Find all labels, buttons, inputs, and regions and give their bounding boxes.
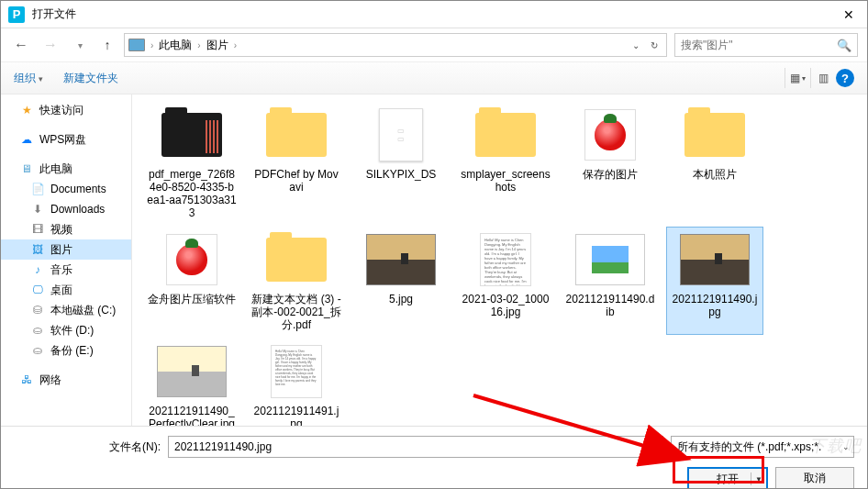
sidebar-label: 备份 (E:) [50, 343, 94, 359]
forward-button[interactable]: → [39, 34, 61, 56]
search-icon: 🔍 [837, 39, 851, 52]
search-box[interactable]: 🔍 [674, 33, 858, 57]
file-label: 本机照片 [693, 168, 737, 181]
file-thumbnail [678, 230, 751, 289]
file-item[interactable]: 新建文本文档 (3) - 副本-002-0021_拆分.pdf [248, 227, 345, 335]
filename-input[interactable] [174, 440, 650, 453]
view-mode-button[interactable]: ▦▾ [785, 68, 805, 88]
file-item[interactable]: ▭▭SILKYPIX_DS [352, 102, 450, 223]
sidebar-item-Downloads[interactable]: ⬇Downloads [1, 199, 131, 219]
disk-icon: ⛀ [30, 323, 45, 338]
preview-pane-button[interactable]: ▥ [810, 68, 830, 88]
file-item[interactable]: smplayer_screenshots [457, 102, 554, 223]
doc-icon: 📄 [30, 182, 45, 196]
cancel-button[interactable]: 取消 [775, 467, 854, 489]
file-label: 2021121911491.jpg [251, 405, 341, 426]
sidebar-label: 视频 [50, 222, 72, 238]
open-split-dropdown[interactable]: ▼ [751, 472, 762, 485]
sidebar-item-软件 (D:)[interactable]: ⛀软件 (D:) [1, 320, 131, 340]
file-item[interactable]: 保存的图片 [562, 102, 659, 223]
file-label: 2021-03-02_100016.jpg [461, 293, 551, 318]
file-thumbnail [155, 106, 228, 164]
sidebar-label: 图片 [50, 242, 72, 258]
help-button[interactable]: ? [836, 69, 854, 87]
file-item[interactable]: 金舟图片压缩软件 [143, 227, 240, 335]
file-thumbnail [155, 230, 228, 289]
file-label: 新建文本文档 (3) - 副本-002-0021_拆分.pdf [251, 293, 341, 331]
sidebar-item-Documents[interactable]: 📄Documents [1, 179, 131, 199]
file-item[interactable]: 本机照片 [666, 102, 763, 223]
file-grid[interactable]: pdf_merge_726f84e0-8520-4335-bea1-aa7513… [132, 94, 867, 426]
file-label: PDFChef by Movavi [251, 168, 341, 194]
sidebar-item-network[interactable]: 🖧 网络 [1, 370, 131, 390]
new-folder-button[interactable]: 新建文件夹 [63, 71, 118, 86]
navbar: ← → ▾ ↑ › 此电脑 › 图片 › ⌄ ↻ 🔍 [1, 28, 867, 61]
sidebar-item-this-pc[interactable]: 🖥 此电脑 [1, 159, 131, 179]
open-label: 打开 [717, 472, 739, 487]
sidebar-label: 本地磁盘 (C:) [50, 303, 116, 318]
filetype-filter[interactable]: 所有支持的文件 (*.pdf;*.xps;*. ⌄ [671, 436, 854, 458]
file-item[interactable]: 5.jpg [352, 227, 450, 335]
sidebar-label: 桌面 [50, 283, 72, 298]
sidebar-item-桌面[interactable]: 🖵桌面 [1, 280, 131, 300]
sidebar-label: 音乐 [50, 262, 72, 278]
toolbar: 组织 新建文件夹 ▦▾ ▥ ? [1, 61, 867, 94]
file-thumbnail [573, 106, 647, 164]
file-item[interactable]: PDFChef by Movavi [248, 102, 345, 223]
filter-label: 所有支持的文件 (*.pdf;*.xps;*. [677, 439, 821, 455]
sidebar-item-quick-access[interactable]: ★ 快速访问 [1, 100, 131, 120]
file-item[interactable]: Hello! My name is Chen Dongying. My Engl… [457, 227, 554, 335]
organize-menu[interactable]: 组织 [14, 71, 43, 86]
star-icon: ★ [19, 103, 34, 117]
sidebar-item-本地磁盘 (C:)[interactable]: ⛁本地磁盘 (C:) [1, 300, 131, 320]
search-input[interactable] [681, 39, 837, 51]
file-thumbnail [678, 106, 751, 164]
pic-icon: 🖼 [30, 242, 45, 257]
music-icon: ♪ [30, 262, 45, 277]
file-thumbnail: ▭▭ [364, 106, 438, 164]
file-label: 2021121911490_PerfectlyClear.jpg [147, 405, 237, 426]
address-dropdown[interactable]: ⌄ [628, 35, 644, 55]
history-dropdown[interactable]: ▾ [69, 34, 91, 56]
file-item[interactable]: 2021121911490.dib [562, 227, 659, 335]
file-thumbnail [260, 230, 333, 289]
sidebar-item-图片[interactable]: 🖼图片 [1, 239, 131, 260]
app-icon: P [8, 6, 25, 23]
up-button[interactable]: ↑ [98, 36, 117, 54]
body: ★ 快速访问 ☁ WPS网盘 🖥 此电脑 📄Documents⬇Download… [1, 94, 867, 426]
close-button[interactable]: ✕ [830, 1, 867, 28]
open-button[interactable]: 打开 ▼ [687, 467, 768, 489]
file-item[interactable]: 2021121911490.jpg [666, 227, 763, 335]
file-label: SILKYPIX_DS [366, 168, 437, 181]
file-thumbnail [469, 106, 542, 164]
disk-c-icon: ⛁ [30, 303, 45, 317]
chevron-down-icon[interactable]: ⌄ [650, 442, 657, 451]
file-item[interactable]: pdf_merge_726f84e0-8520-4335-bea1-aa7513… [143, 102, 240, 223]
file-item[interactable]: 2021121911490_PerfectlyClear.jpg [143, 339, 240, 426]
address-refresh[interactable]: ↻ [646, 35, 662, 55]
back-button[interactable]: ← [10, 34, 32, 56]
sidebar-label: WPS网盘 [39, 132, 86, 148]
file-thumbnail [155, 342, 228, 401]
filename-label: 文件名(N): [14, 439, 161, 455]
sidebar-item-视频[interactable]: 🎞视频 [1, 219, 131, 239]
sidebar-item-音乐[interactable]: ♪音乐 [1, 260, 131, 280]
crumb-sep-icon: › [234, 40, 237, 50]
sidebar-item-wps[interactable]: ☁ WPS网盘 [1, 129, 131, 150]
footer: 文件名(N): ⌄ 所有支持的文件 (*.pdf;*.xps;*. ⌄ 打开 ▼… [1, 426, 867, 489]
file-thumbnail: Hello! My name is Chen Dongying. My Engl… [260, 342, 333, 401]
file-thumbnail [364, 230, 438, 289]
pc-icon: 🖥 [19, 161, 34, 176]
crumb-sep-icon: › [150, 40, 153, 50]
file-label: pdf_merge_726f84e0-8520-4335-bea1-aa7513… [147, 168, 237, 219]
address-bar[interactable]: › 此电脑 › 图片 › ⌄ ↻ [124, 33, 667, 57]
disk-icon: ⛀ [30, 343, 45, 358]
file-thumbnail [260, 106, 333, 164]
file-item[interactable]: Hello! My name is Chen Dongying. My Engl… [248, 339, 345, 426]
sidebar-item-备份 (E:)[interactable]: ⛀备份 (E:) [1, 340, 131, 361]
sidebar-label: 此电脑 [39, 161, 72, 177]
network-icon: 🖧 [19, 372, 34, 387]
crumb-pc[interactable]: 此电脑 [159, 38, 192, 53]
filename-combo[interactable]: ⌄ [168, 436, 663, 458]
crumb-pictures[interactable]: 图片 [206, 38, 228, 53]
